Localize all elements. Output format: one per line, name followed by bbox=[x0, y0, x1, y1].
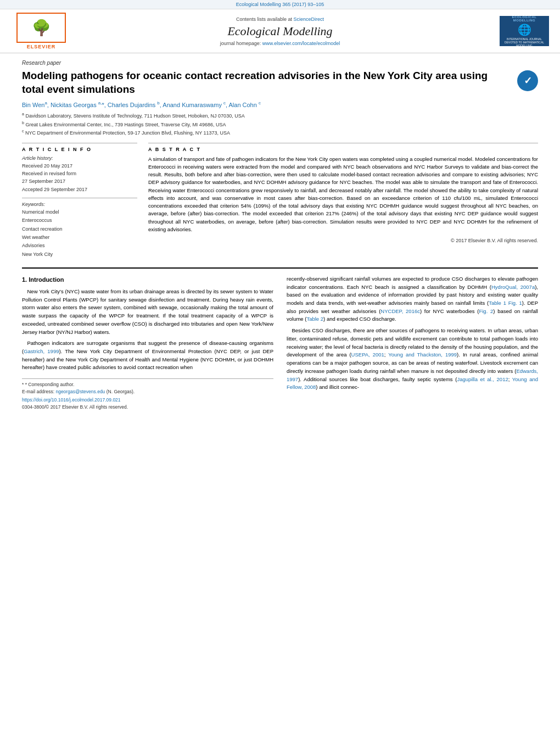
body-section: 1. Introduction New York City's (NYC) wa… bbox=[22, 267, 538, 411]
directly-text: directly bbox=[469, 368, 486, 374]
received-date: Received 20 May 2017 bbox=[22, 162, 137, 170]
footnote-email-label: E-mail address: bbox=[22, 389, 54, 394]
crossmark-badge: ✓ bbox=[517, 70, 538, 91]
affiliation-c: c NYC Department of Environmental Protec… bbox=[22, 129, 538, 137]
authors-line: Bin Wena, Nickitas Georgas a,*, Charles … bbox=[22, 101, 538, 108]
footnote-email-link[interactable]: ngeorgas@stevens.edu bbox=[55, 389, 105, 394]
copyright-line: © 2017 Elsevier B.V. All rights reserved… bbox=[148, 238, 538, 243]
article-info-col: A R T I C L E I N F O Article history: R… bbox=[22, 143, 137, 259]
footnote-star-label: * Corresponding author. bbox=[25, 382, 75, 387]
gastrich-ref[interactable]: Gastrich, 1999 bbox=[24, 348, 59, 354]
divider bbox=[22, 198, 137, 198]
homepage-label: journal homepage: bbox=[220, 41, 261, 46]
elsevier-wordmark: ELSEVIER bbox=[27, 44, 56, 49]
elsevier-logo-area: 🌳 ELSEVIER bbox=[11, 13, 71, 49]
intro-p2: Pathogen indicators are surrogate organi… bbox=[22, 339, 273, 372]
affiliation-b: b Great Lakes Environmental Center, Inc.… bbox=[22, 120, 538, 129]
article-type-label: Research paper bbox=[22, 60, 538, 66]
article-history: Article history: Received 20 May 2017 Re… bbox=[22, 155, 137, 194]
elsevier-logo: 🌳 ELSEVIER bbox=[11, 13, 71, 49]
affiliations: a Davidson Laboratory, Stevens Institute… bbox=[22, 111, 538, 137]
abstract-col: A B S T R A C T A simulation of transpor… bbox=[148, 143, 538, 259]
intro-heading: 1. Introduction bbox=[22, 275, 273, 284]
issn-line: 0304-3800/© 2017 Elsevier B.V. All right… bbox=[22, 404, 273, 411]
abstract-text: A simulation of transport and fate of pa… bbox=[148, 155, 538, 234]
keywords-section: Keywords: Numerical model Enterococcus C… bbox=[22, 202, 137, 259]
eco-logo-box: ECOLOGICAL MODELLING 🌐 INTERNATIONAL JOU… bbox=[500, 16, 549, 46]
sciencedirect-link[interactable]: ScienceDirect bbox=[294, 16, 324, 22]
footnote-email-line: E-mail address: ngeorgas@stevens.edu (N.… bbox=[22, 388, 273, 395]
keyword-3: Contact recreation bbox=[22, 225, 137, 233]
logo-box: 🌳 bbox=[16, 13, 66, 43]
main-content: Research paper Modeling pathogens for oc… bbox=[0, 53, 560, 417]
citation-bar: Ecological Modelling 365 (2017) 93–105 bbox=[0, 0, 560, 9]
page: Ecological Modelling 365 (2017) 93–105 🌳… bbox=[0, 0, 560, 742]
author-cohn: Alan Cohn c bbox=[228, 102, 260, 108]
author-kumaraswamy: Anand Kumaraswamy c bbox=[163, 102, 226, 108]
journal-title: Ecological Modelling bbox=[71, 24, 489, 38]
body-col-right: recently-observed significant rainfall v… bbox=[287, 275, 538, 411]
revised-date: 27 September 2017 bbox=[22, 177, 137, 185]
affiliation-a: a Davidson Laboratory, Stevens Institute… bbox=[22, 111, 538, 120]
fig1-ref[interactable]: Fig. 1 bbox=[508, 300, 522, 306]
contents-available-line: Contents lists available at ScienceDirec… bbox=[71, 16, 489, 22]
author-dujardins: Charles Dujardins b bbox=[108, 102, 160, 108]
journal-header: 🌳 ELSEVIER Contents lists available at S… bbox=[0, 9, 560, 53]
footnote-name: (N. Georgas). bbox=[107, 389, 135, 394]
keywords-label: Keywords: bbox=[22, 202, 137, 207]
jagupilla-ref[interactable]: Jagupilla et al., 2012 bbox=[457, 376, 508, 382]
keyword-6: New York City bbox=[22, 250, 137, 259]
journal-logo-right: ECOLOGICAL MODELLING 🌐 INTERNATIONAL JOU… bbox=[489, 16, 549, 46]
crossmark-icon: ✓ bbox=[517, 70, 538, 91]
article-info-section-label: A R T I C L E I N F O bbox=[22, 147, 137, 152]
eco-logo-subtitle: INTERNATIONAL JOURNAL DEVOTED TO MATHEMA… bbox=[502, 37, 547, 47]
hydroqual-ref[interactable]: HydroQual, 2007a bbox=[491, 284, 535, 290]
contents-label: Contents lists available at bbox=[236, 16, 292, 22]
keyword-2: Enterococcus bbox=[22, 216, 137, 225]
doi-link[interactable]: https://doi.org/10.1016/j.ecolmodel.2017… bbox=[22, 397, 121, 403]
right-p1: recently-observed significant rainfall v… bbox=[287, 275, 538, 323]
body-col-left: 1. Introduction New York City's (NYC) wa… bbox=[22, 275, 273, 411]
revised-label: Received in revised form bbox=[22, 170, 137, 177]
keyword-5: Advisories bbox=[22, 242, 137, 250]
journal-homepage-line: journal homepage: www.elsevier.com/locat… bbox=[71, 41, 489, 46]
footnote-corresponding: * * Corresponding author. bbox=[22, 381, 273, 388]
footnote-section: * * Corresponding author. E-mail address… bbox=[22, 378, 273, 395]
citation-text: Ecological Modelling 365 (2017) 93–105 bbox=[236, 2, 324, 7]
nycdep-ref[interactable]: NYCDEP, 2016c bbox=[380, 308, 420, 314]
table1-ref[interactable]: Table 1 bbox=[489, 300, 506, 306]
young-thackston-ref[interactable]: Young and Thackston, 1999 bbox=[388, 352, 457, 358]
usepa-ref[interactable]: USEPA, 2001 bbox=[351, 352, 384, 358]
article-dates: Received 20 May 2017 Received in revised… bbox=[22, 162, 137, 194]
tree-icon: 🌳 bbox=[32, 19, 51, 37]
article-info-abstract-row: A R T I C L E I N F O Article history: R… bbox=[22, 143, 538, 259]
intro-p1: New York City's (NYC) waste water from i… bbox=[22, 288, 273, 336]
right-p2: Besides CSO discharges, there are other … bbox=[287, 327, 538, 392]
fig2-ref[interactable]: Fig. 2 bbox=[479, 308, 493, 314]
keyword-1: Numerical model bbox=[22, 208, 137, 216]
eco-globe-icon: 🌐 bbox=[518, 23, 531, 36]
article-title: Modeling pathogens for oceanic contact r… bbox=[22, 69, 512, 96]
abstract-section-label: A B S T R A C T bbox=[148, 147, 538, 152]
accepted-date: Accepted 29 September 2017 bbox=[22, 186, 137, 193]
body-two-col: 1. Introduction New York City's (NYC) wa… bbox=[22, 275, 538, 411]
doi-line: https://doi.org/10.1016/j.ecolmodel.2017… bbox=[22, 397, 273, 404]
journal-header-center: Contents lists available at ScienceDirec… bbox=[71, 16, 489, 46]
history-label: Article history: bbox=[22, 155, 137, 161]
table2-ref[interactable]: Table 2 bbox=[306, 316, 323, 322]
issn-text: 0304-3800/© 2017 Elsevier B.V. All right… bbox=[22, 404, 128, 410]
article-title-row: Modeling pathogens for oceanic contact r… bbox=[22, 69, 538, 96]
eco-logo-title: ECOLOGICAL MODELLING bbox=[502, 15, 547, 22]
keyword-4: Wet weather bbox=[22, 233, 137, 242]
author-georgas: Nickitas Georgas a,* bbox=[51, 102, 104, 108]
homepage-url[interactable]: www.elsevier.com/locate/ecolmodel bbox=[262, 41, 340, 46]
author-bin-wen: Bin Wena bbox=[22, 102, 47, 108]
